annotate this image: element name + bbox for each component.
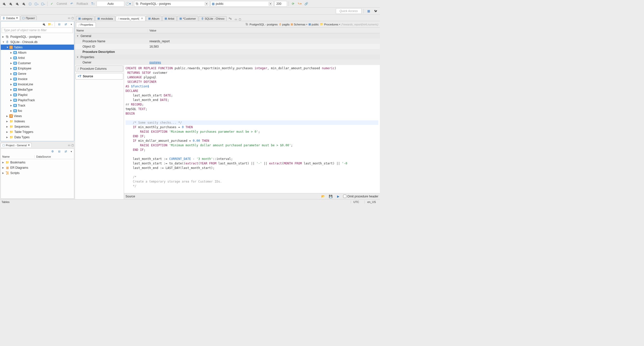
omit-header-checkbox[interactable]: Omit procedure header — [343, 195, 378, 198]
tree-filter-input[interactable]: Type part of object name to filter — [2, 27, 73, 33]
tree-node-employee[interactable]: ▶▦Employee — [1, 66, 74, 71]
col-value[interactable]: Value — [148, 29, 380, 32]
perspective-icon[interactable]: ▦ — [366, 8, 371, 14]
settings-icon[interactable]: ⚙ — [50, 149, 55, 154]
new-sql-icon[interactable]: ▢₊ — [34, 1, 39, 7]
menu-icon[interactable]: ▾ — [69, 22, 73, 26]
tree-node-triggers[interactable]: ▶📁Table Triggers — [1, 129, 74, 134]
maximize-icon[interactable]: ▢ — [71, 143, 74, 147]
tab-mockdata[interactable]: ▦mockdata — [95, 16, 115, 21]
rollback-icon[interactable]: ↶ — [69, 1, 74, 7]
sql-source-editor[interactable]: CREATE OR REPLACE FUNCTION public.reward… — [124, 65, 380, 193]
tab-project-general[interactable]: ▢ Project - General ✕ — [1, 143, 32, 147]
tab-album[interactable]: ▦Album — [146, 16, 162, 21]
prop-row-description[interactable]: Procedure Description — [75, 49, 380, 54]
sql-console-icon[interactable]: ▶ — [336, 194, 341, 199]
prop-row-owner[interactable]: Ownerpostgres — [75, 60, 380, 65]
recent-sql-icon[interactable]: ▢₊ — [40, 1, 46, 7]
result-limit-input[interactable]: 200 — [274, 1, 287, 7]
tree-node-datatypes[interactable]: ▶📁Data Types — [1, 134, 74, 140]
commit-label[interactable]: Commit — [56, 2, 68, 6]
link-icon[interactable]: 🔗 — [303, 1, 309, 7]
prop-section-properties[interactable]: ▼Properties — [75, 54, 380, 60]
bc-procedures[interactable]: 📁Procedures▾ — [320, 23, 340, 26]
col-name[interactable]: Name — [1, 155, 35, 158]
menu-icon[interactable]: ▾ — [69, 150, 73, 153]
tree-node-artist[interactable]: ▶▦Artist — [1, 55, 74, 60]
dbeaver-perspective-icon[interactable]: 🐿 — [373, 8, 378, 14]
open-folder-icon[interactable]: 📂 — [320, 194, 326, 199]
connect-icon[interactable]: 🔌 — [8, 1, 13, 7]
maximize-icon[interactable]: ▢ — [238, 17, 242, 21]
tree-node-invoiceline[interactable]: ▶▦InvoiceLine — [1, 82, 74, 87]
tx-mode-icon[interactable]: T↕ — [90, 1, 96, 7]
tab-rewards-report[interactable]: 𝑓rewards_report(✕ — [116, 16, 145, 21]
tab-projects[interactable]: ▢ Проект — [20, 16, 36, 20]
tree-node-scripts[interactable]: ▶📜Scripts — [1, 170, 74, 176]
connect-icon[interactable]: 🔌 — [41, 21, 47, 27]
tree-node-playlist[interactable]: ▶▦Playlist — [1, 92, 74, 97]
bc-pagila[interactable]: 🛢pagila — [279, 23, 290, 26]
new-folder-icon[interactable]: 📁₊ — [48, 21, 53, 27]
bc-postgres[interactable]: 🐘PostgreSQL - postgres — [245, 23, 277, 26]
tab-customer[interactable]: ▦*Customer — [177, 16, 198, 21]
tab-properties[interactable]: 𝑓Properties — [76, 22, 96, 27]
tree-node-tables[interactable]: ▼☰Tables — [1, 45, 74, 50]
tree-node-sequences[interactable]: ▶📁Sequences — [1, 124, 74, 129]
quick-access-input[interactable]: Quick Access — [336, 8, 361, 14]
tabs-overflow[interactable]: »5 — [227, 16, 233, 21]
stop-icon[interactable]: ✎▾ — [297, 1, 302, 7]
prop-section-general[interactable]: ▼General — [75, 33, 380, 39]
commit-icon[interactable]: ✓ — [49, 1, 55, 7]
tree-node-mediatype[interactable]: ▶▦MediaType — [1, 87, 74, 92]
tree-node-indexes[interactable]: ▶📁Indexes — [1, 119, 74, 124]
maximize-icon[interactable]: ▢ — [71, 16, 74, 20]
status-locale[interactable]: en_US — [365, 200, 378, 203]
tree-node-views[interactable]: ▶👁Views — [1, 113, 74, 119]
tree-node-pg[interactable]: ▶🐘PostgreSQL - postgres — [1, 34, 74, 39]
link-editor-icon[interactable]: ⇄ — [63, 21, 68, 27]
datasource-dropdown[interactable]: 🐘 PostgreSQL - postgres ▾ — [134, 1, 210, 7]
owner-link[interactable]: postgres — [149, 61, 161, 64]
status-timezone[interactable]: UTC — [351, 200, 362, 203]
refresh-icon[interactable]: ⟳ — [290, 1, 296, 7]
save-icon[interactable]: 💾 — [328, 194, 334, 199]
history-icon[interactable]: 🕘▾ — [125, 1, 131, 7]
reconnect-icon[interactable]: 🔌 — [14, 1, 20, 7]
close-icon[interactable]: ✕ — [141, 17, 143, 20]
minimize-icon[interactable]: ▭ — [67, 16, 71, 20]
bc-public[interactable]: ▦public — [308, 23, 319, 26]
tab-database-navigator[interactable]: 🛢 Databa ✕ — [1, 16, 20, 20]
tree-node-invoice[interactable]: ▶▦Invoice — [1, 76, 74, 82]
tree-node-sqlite[interactable]: ▼🛢SQLite - Chinook.db — [1, 39, 74, 45]
close-icon[interactable]: ✕ — [28, 144, 30, 147]
prop-row-objectid[interactable]: Object ID16,583 — [75, 44, 380, 49]
bc-schemas[interactable]: ▦Schemas▾ — [291, 23, 307, 26]
tree-node-genre[interactable]: ▶▦Genre — [1, 71, 74, 76]
tree-node-foo[interactable]: ▶▦foo — [1, 108, 74, 113]
col-datasource[interactable]: DataSource — [35, 155, 52, 158]
collapse-icon[interactable]: ⊟ — [56, 21, 62, 27]
section-procedure-columns[interactable]: 𝑓Procedure Columns — [75, 65, 123, 72]
tab-sqlite[interactable]: 🛢SQLite - Chinoo — [199, 16, 227, 21]
tree-node-track[interactable]: ▶▦Track — [1, 103, 74, 108]
new-connection-icon[interactable]: 🔌 — [1, 1, 7, 7]
disconnect-icon[interactable]: 🔌 — [21, 1, 26, 7]
sql-editor-icon[interactable]: ▢ — [27, 1, 33, 7]
tree-node-bookmarks[interactable]: ▶📁Bookmarks — [1, 160, 74, 165]
tab-category[interactable]: ▦category — [76, 16, 95, 21]
link-editor-icon[interactable]: ⇄ — [63, 149, 68, 154]
tree-node-album[interactable]: ▶▦Album — [1, 50, 74, 55]
rollback-label[interactable]: Rollback — [75, 2, 89, 6]
collapse-icon[interactable]: ⊟ — [56, 149, 62, 154]
omit-header-checkbox-input[interactable] — [343, 195, 346, 198]
prop-row-procname[interactable]: Procedure Namerewards_report — [75, 39, 380, 44]
commit-mode-dropdown[interactable]: Auto — [97, 1, 124, 7]
tree-node-customer[interactable]: ▶▦Customer — [1, 60, 74, 66]
minimize-icon[interactable]: ▭ — [67, 143, 71, 147]
tab-artist[interactable]: ▦Artist — [162, 16, 177, 21]
minimize-icon[interactable]: ▭ — [234, 17, 237, 21]
section-source[interactable]: <TSource — [75, 73, 123, 80]
tree-node-playlisttrack[interactable]: ▶▦PlaylistTrack — [1, 97, 74, 103]
schema-dropdown[interactable]: ▦ public ▾ — [211, 1, 273, 7]
